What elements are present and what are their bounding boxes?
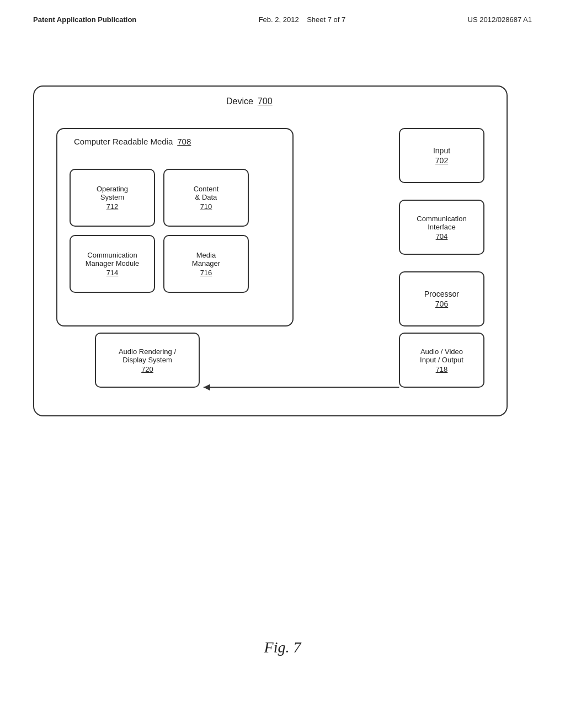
os-module-box: OperatingSystem 712 [70,169,155,227]
crm-label: Computer Readable Media 708 [74,137,191,146]
cmm-label: CommunicationManager Module [86,251,140,267]
cd-ref: 710 [200,202,212,211]
device-label: Device 700 [226,97,273,106]
ards-ref: 720 [141,365,153,373]
cmm-ref: 714 [106,269,119,277]
diagram-container: Device 700 Computer Readable Media 708 O… [33,85,519,427]
ards-box: Audio Rendering /Display System 720 [95,333,200,388]
processor-label: Processor [424,290,459,298]
input-ref: 702 [435,156,448,165]
os-ref: 712 [106,202,119,211]
processor-box: Processor 706 [399,271,484,326]
input-label: Input [433,146,450,155]
comm-iface-label: CommunicationInterface [417,215,466,231]
header-date-sheet: Feb. 2, 2012 Sheet 7 of 7 [259,15,346,24]
mm-label: MediaManager [192,251,220,267]
os-label: OperatingSystem [97,185,128,201]
figure-label: Fig. 7 [264,639,301,656]
cd-module-box: Content& Data 710 [163,169,249,227]
cmm-module-box: CommunicationManager Module 714 [70,235,155,293]
ards-label: Audio Rendering /Display System [119,347,176,364]
device-ref: 700 [258,97,273,106]
mm-module-box: MediaManager 716 [163,235,249,293]
page-header: Patent Application Publication Feb. 2, 2… [0,0,565,24]
avio-box: Audio / VideoInput / Output 718 [399,333,484,388]
device-box: Device 700 Computer Readable Media 708 O… [33,85,508,416]
crm-box: Computer Readable Media 708 OperatingSys… [56,128,294,326]
avio-ref: 718 [436,365,448,373]
svg-marker-1 [204,384,210,390]
input-box: Input 702 [399,128,484,183]
comm-iface-ref: 704 [436,232,448,240]
crm-ref: 708 [177,137,191,146]
cd-label: Content& Data [194,185,219,201]
header-sheet: Sheet 7 of 7 [307,15,345,24]
mm-ref: 716 [200,269,212,277]
processor-ref: 706 [435,299,448,308]
avio-label: Audio / VideoInput / Output [420,347,463,364]
header-date: Feb. 2, 2012 [259,15,299,24]
header-patent-number: US 2012/028687 A1 [468,15,532,24]
comm-iface-box: CommunicationInterface 704 [399,200,484,255]
header-publication-type: Patent Application Publication [33,15,136,24]
